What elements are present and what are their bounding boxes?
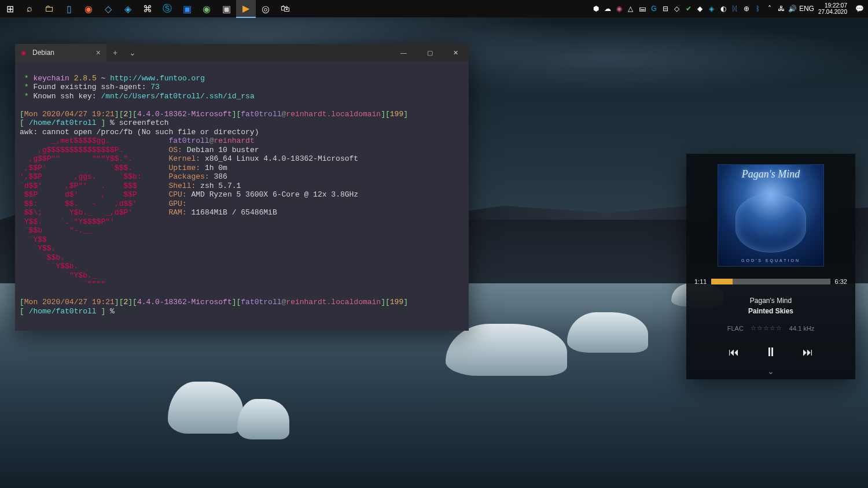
album-subtitle: GOD'S EQUATION — [718, 258, 823, 263]
slack-button[interactable]: ⌘ — [138, 0, 157, 17]
tray-chevron-up-icon[interactable]: ˄ — [764, 0, 775, 17]
firefox-button[interactable]: ◉ — [79, 0, 98, 17]
pocketcasts-button[interactable]: ◎ — [256, 0, 275, 17]
cmd-button[interactable]: ▣ — [216, 0, 236, 17]
wallpaper-ice — [237, 399, 289, 439]
tray-icon[interactable]: ⬢ — [590, 0, 602, 17]
progress-fill — [711, 279, 733, 284]
file-explorer-button[interactable]: 🗀 — [39, 0, 59, 17]
artist-name: Pagan's Mind — [748, 295, 793, 306]
terminal-body[interactable]: * keychain 2.8.5 ~ http://www.funtoo.org… — [15, 61, 469, 331]
clock-time: 19:22:07 — [825, 2, 847, 9]
pause-icon: ⏸ — [764, 345, 777, 359]
window-buttons: — ▢ ✕ — [391, 44, 469, 61]
track-title: Painted Skies — [748, 306, 793, 316]
tab-title: Debian — [32, 49, 54, 57]
expand-button[interactable]: ⌄ — [767, 367, 774, 376]
music-player-widget: Pagan's Mind GOD'S EQUATION 1:11 6:32 Pa… — [686, 154, 855, 379]
minimize-button[interactable]: — — [391, 44, 417, 61]
album-band-text: Pagan's Mind — [718, 168, 823, 180]
tray-icon[interactable]: ◉ — [613, 0, 625, 17]
tray-icon[interactable]: ☁ — [602, 0, 613, 17]
firefox-icon: ◉ — [84, 3, 93, 14]
rating-stars[interactable]: ☆☆☆☆☆ — [751, 324, 782, 332]
store-icon: 🛍 — [281, 3, 290, 14]
notifications-button[interactable]: 💬 — [851, 0, 868, 17]
taskbar-right: ⬢ ☁ ◉ △ 🖴 G ⊟ ◇ ✔ ◆ ◈ ◐ ᛞ ⊕ ᛒ ˄ 🖧 🔊 ENG … — [590, 0, 868, 17]
bluetooth-icon[interactable]: ᛒ — [752, 0, 764, 17]
taskbar-left: ⊞ ⌕ 🗀 ▯ ◉ ◇ ◈ ⌘ Ⓢ ▣ ◉ ▣ ▶ ◎ 🛍 — [0, 0, 295, 18]
previous-button[interactable]: ⏮ — [729, 346, 739, 358]
album-art-figure — [735, 194, 806, 253]
terminal-tab[interactable]: ◉ Debian × — [15, 44, 106, 61]
player-meta: Pagan's Mind Painted Skies — [748, 295, 793, 316]
zoom-icon: ▣ — [183, 3, 192, 14]
close-tab-button[interactable]: × — [96, 48, 101, 57]
network-icon[interactable]: 🖧 — [775, 0, 787, 17]
tray-icon[interactable]: ◈ — [706, 0, 718, 17]
debian-icon: ◉ — [20, 49, 28, 57]
skip-previous-icon: ⏮ — [729, 346, 739, 358]
tab-dropdown-button[interactable]: ⌄ — [124, 44, 141, 61]
maximize-button[interactable]: ▢ — [417, 44, 443, 61]
elapsed-time: 1:11 — [694, 278, 707, 285]
cmd-icon: ▣ — [222, 3, 231, 14]
mail-icon: ◇ — [105, 3, 112, 14]
album-art[interactable]: Pagan's Mind GOD'S EQUATION — [718, 164, 824, 267]
player-controls: ⏮ ⏸ ⏭ — [729, 345, 813, 360]
tray-icon[interactable]: ᛞ — [729, 0, 741, 17]
chevron-down-icon: ⌄ — [129, 48, 136, 57]
terminal-window: ◉ Debian × + ⌄ — ▢ ✕ * keychain 2.8.5 ~ … — [15, 44, 469, 331]
wallpaper-ice — [168, 382, 243, 434]
chevron-down-icon: ⌄ — [767, 367, 774, 376]
windows-icon: ⊞ — [6, 3, 14, 14]
tray-icon[interactable]: ◆ — [694, 0, 706, 17]
search-icon: ⌕ — [27, 3, 32, 14]
audio-format: FLAC — [727, 325, 744, 332]
phone-icon: ▯ — [67, 3, 72, 14]
volume-icon[interactable]: 🔊 — [787, 0, 799, 17]
tray-icon[interactable]: G — [648, 0, 660, 17]
tray-icon[interactable]: ◇ — [671, 0, 683, 17]
new-tab-button[interactable]: + — [106, 44, 124, 61]
terminal-icon: ▶ — [242, 3, 249, 14]
tray-icon[interactable]: △ — [625, 0, 637, 17]
total-time: 6:32 — [835, 278, 847, 285]
globe-icon: ◉ — [203, 3, 211, 14]
taskbar-clock[interactable]: 19:22:07 27.04.2020 — [815, 2, 851, 15]
skype-button[interactable]: Ⓢ — [157, 0, 177, 17]
taskbar: ⊞ ⌕ 🗀 ▯ ◉ ◇ ◈ ⌘ Ⓢ ▣ ◉ ▣ ▶ ◎ 🛍 ⬢ ☁ ◉ △ 🖴 … — [0, 0, 868, 17]
tray-icon[interactable]: ◐ — [718, 0, 729, 17]
sample-rate: 44.1 kHz — [789, 325, 814, 332]
store-button[interactable]: 🛍 — [275, 0, 295, 17]
start-button[interactable]: ⊞ — [0, 0, 20, 17]
pocketcasts-icon: ◎ — [262, 3, 270, 14]
wallpaper-ice — [446, 324, 567, 376]
wallpaper-ice — [567, 312, 648, 353]
progress-row: 1:11 6:32 — [694, 278, 847, 285]
zoom-button[interactable]: ▣ — [177, 0, 197, 17]
mail-button[interactable]: ◇ — [98, 0, 118, 17]
search-button[interactable]: ⌕ — [20, 0, 39, 17]
tray-icon[interactable]: ⊟ — [660, 0, 671, 17]
tray-icon[interactable]: 🖴 — [637, 0, 648, 17]
skype-icon: Ⓢ — [163, 3, 172, 15]
tray-icon[interactable]: ⊕ — [741, 0, 752, 17]
play-pause-button[interactable]: ⏸ — [764, 345, 777, 360]
terminal-titlebar[interactable]: ◉ Debian × + ⌄ — ▢ ✕ — [15, 44, 469, 61]
folder-icon: 🗀 — [45, 3, 54, 14]
phone-app-button[interactable]: ▯ — [59, 0, 79, 17]
player-tech-row: FLAC ☆☆☆☆☆ 44.1 kHz — [727, 324, 815, 332]
browser-button[interactable]: ◉ — [197, 0, 216, 17]
close-window-button[interactable]: ✕ — [443, 44, 469, 61]
progress-bar[interactable] — [711, 279, 830, 284]
telegram-icon: ◈ — [124, 3, 131, 14]
next-button[interactable]: ⏭ — [803, 346, 813, 358]
skip-next-icon: ⏭ — [803, 346, 813, 358]
tray-icon[interactable]: ✔ — [683, 0, 694, 17]
slack-icon: ⌘ — [143, 3, 152, 14]
terminal-app-button[interactable]: ▶ — [236, 0, 256, 18]
language-indicator[interactable]: ENG — [799, 0, 815, 17]
clock-date: 27.04.2020 — [818, 9, 847, 15]
telegram-button[interactable]: ◈ — [118, 0, 138, 17]
